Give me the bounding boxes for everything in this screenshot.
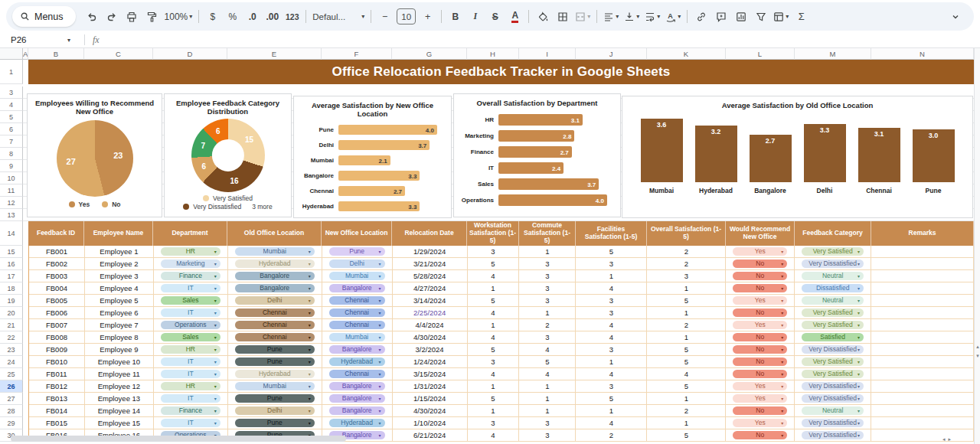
- cell[interactable]: 5: [647, 356, 726, 367]
- cell[interactable]: Dissatisfied▾: [795, 282, 871, 294]
- increase-decimal-button[interactable]: .00: [263, 7, 282, 27]
- cell[interactable]: FB012: [29, 380, 85, 392]
- cell[interactable]: FB007: [29, 319, 85, 331]
- cell[interactable]: FB005: [29, 295, 85, 306]
- cell[interactable]: [871, 331, 974, 343]
- cell[interactable]: 5: [468, 295, 520, 306]
- scroll-down-icon[interactable]: ▼: [975, 354, 980, 358]
- zoom-select[interactable]: 100%▾: [162, 7, 195, 27]
- dropdown-chip[interactable]: Marketing▾: [161, 260, 220, 268]
- cell[interactable]: No▾: [726, 307, 795, 318]
- cell[interactable]: 1: [576, 405, 647, 416]
- cell[interactable]: Very Satisfied▾: [795, 307, 871, 318]
- chart-panel-new-location-bars[interactable]: Average Satisfaction by New Office Locat…: [293, 96, 452, 218]
- dropdown-chip[interactable]: No▾: [733, 284, 787, 292]
- row-header-13[interactable]: 13: [0, 209, 23, 221]
- cell[interactable]: 5: [576, 393, 647, 404]
- row-header-27[interactable]: 27: [0, 393, 23, 405]
- cell[interactable]: FB002: [29, 258, 85, 269]
- font-size-input[interactable]: 10: [397, 8, 416, 24]
- cell[interactable]: FB001: [29, 246, 85, 257]
- cell[interactable]: IT▾: [154, 393, 228, 404]
- print-button[interactable]: [122, 7, 142, 27]
- cell[interactable]: Chennai▾: [228, 307, 322, 318]
- dropdown-chip[interactable]: Very Satisfied▾: [802, 321, 864, 329]
- dropdown-chip[interactable]: Chennai▾: [329, 370, 385, 378]
- dropdown-chip[interactable]: Mumbai▾: [235, 382, 315, 390]
- cell[interactable]: Employee 3: [85, 270, 154, 282]
- cell[interactable]: Mumbai▾: [322, 331, 393, 343]
- dropdown-chip[interactable]: No▾: [733, 333, 787, 341]
- cell[interactable]: Employee 2: [85, 258, 154, 269]
- cell[interactable]: Very Dissatisfied▾: [795, 380, 871, 392]
- dropdown-chip[interactable]: Neutral▾: [802, 406, 864, 415]
- cell[interactable]: No▾: [726, 282, 795, 294]
- column-header-A[interactable]: A: [23, 48, 28, 60]
- cell[interactable]: Bangalore▾: [228, 270, 322, 282]
- cell[interactable]: FB013: [29, 393, 85, 404]
- dropdown-chip[interactable]: Dissatisfied▾: [802, 284, 864, 292]
- cell[interactable]: Hyderabad▾: [322, 417, 393, 429]
- cell[interactable]: FB015: [29, 417, 85, 429]
- cell[interactable]: 1: [519, 393, 576, 404]
- row-header-23[interactable]: 23: [0, 344, 23, 356]
- row-header-6[interactable]: 6: [0, 123, 23, 135]
- cell[interactable]: 4: [576, 417, 647, 429]
- cell[interactable]: 2/25/2024: [393, 307, 468, 318]
- dropdown-chip[interactable]: Bangalore▾: [329, 406, 385, 415]
- column-header-G[interactable]: G: [392, 48, 467, 60]
- cell[interactable]: 4: [519, 344, 576, 355]
- cell[interactable]: Very Dissatisfied▾: [795, 393, 871, 404]
- dropdown-chip[interactable]: HR▾: [161, 345, 220, 354]
- cell[interactable]: Chennai▾: [322, 319, 393, 331]
- cell[interactable]: IT▾: [154, 282, 228, 294]
- cell[interactable]: 1: [647, 393, 726, 404]
- cell[interactable]: No▾: [726, 356, 795, 367]
- cell[interactable]: Operations▾: [154, 319, 228, 331]
- row-header-4[interactable]: 4: [0, 99, 23, 111]
- cell[interactable]: 1: [576, 356, 647, 367]
- cell[interactable]: 1/15/2024: [393, 393, 468, 404]
- cell[interactable]: Employee 4: [85, 282, 154, 294]
- cell[interactable]: Yes▾: [726, 380, 795, 392]
- dropdown-chip[interactable]: Yes▾: [733, 296, 787, 305]
- cell[interactable]: Yes▾: [726, 393, 795, 404]
- dropdown-chip[interactable]: Bangalore▾: [235, 272, 315, 280]
- dropdown-chip[interactable]: Sales▾: [161, 296, 220, 305]
- cell[interactable]: No▾: [726, 331, 795, 343]
- dropdown-chip[interactable]: No▾: [733, 406, 787, 415]
- cell[interactable]: Chennai▾: [228, 319, 322, 331]
- cell[interactable]: [871, 258, 974, 269]
- cell[interactable]: Neutral▾: [795, 270, 871, 282]
- dropdown-chip[interactable]: Mumbai▾: [235, 247, 315, 256]
- cell[interactable]: 4: [647, 368, 726, 380]
- cell[interactable]: Very Satisfied▾: [795, 246, 871, 257]
- dropdown-chip[interactable]: Very Satisfied▾: [802, 247, 864, 256]
- text-rotation-button[interactable]: A▾: [663, 7, 683, 27]
- cell[interactable]: 1: [519, 307, 576, 318]
- dropdown-chip[interactable]: Mumbai▾: [329, 272, 385, 280]
- cell[interactable]: [871, 356, 974, 367]
- dropdown-chip[interactable]: Operations▾: [161, 321, 220, 329]
- dropdown-chip[interactable]: IT▾: [161, 370, 220, 378]
- cell[interactable]: [871, 307, 974, 318]
- cell[interactable]: 5: [468, 344, 520, 355]
- cell[interactable]: 4: [576, 282, 647, 294]
- dropdown-chip[interactable]: Delhi▾: [235, 296, 315, 305]
- cell[interactable]: Chennai▾: [322, 368, 393, 380]
- cell[interactable]: 4: [519, 368, 576, 380]
- cell[interactable]: [871, 405, 974, 416]
- insert-link-button[interactable]: [691, 7, 710, 27]
- cell[interactable]: Employee 14: [85, 405, 154, 416]
- row-header-1[interactable]: 1: [0, 60, 23, 84]
- cell[interactable]: [871, 246, 974, 257]
- cell[interactable]: Employee 1: [85, 246, 154, 257]
- cell[interactable]: 4: [576, 331, 647, 343]
- dropdown-chip[interactable]: IT▾: [161, 309, 220, 317]
- cell[interactable]: 3: [519, 429, 576, 441]
- cell[interactable]: 3: [468, 246, 520, 257]
- dropdown-chip[interactable]: Hyderabad▾: [235, 370, 315, 378]
- column-header-J[interactable]: J: [576, 48, 647, 60]
- dropdown-chip[interactable]: Finance▾: [161, 272, 220, 280]
- cell[interactable]: Bangalore▾: [322, 282, 393, 294]
